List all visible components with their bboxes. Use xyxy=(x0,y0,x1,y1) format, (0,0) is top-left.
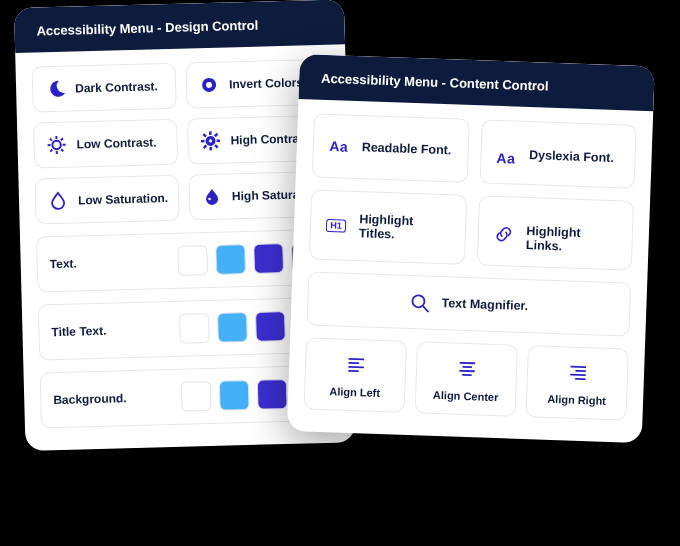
align-left-icon xyxy=(345,354,366,375)
align-right-icon xyxy=(567,362,588,383)
dyslexia-font-option[interactable]: Aa Dyslexia Font. xyxy=(479,119,637,188)
option-label: Align Center xyxy=(433,389,499,403)
link-icon xyxy=(492,223,515,246)
drop-filled-icon xyxy=(202,187,223,208)
low-contrast-option[interactable]: Low Contrast. xyxy=(33,119,178,169)
text-color-row: Text. xyxy=(36,229,335,293)
dark-contrast-option[interactable]: Dark Contrast. xyxy=(32,63,177,113)
color-swatch-sky[interactable] xyxy=(217,312,248,343)
option-label: Text Magnifier. xyxy=(441,296,528,313)
ring-icon xyxy=(199,75,220,96)
color-swatch-white[interactable] xyxy=(177,245,208,276)
align-right-option[interactable]: Align Right xyxy=(525,345,628,420)
highlight-links-option[interactable]: Highlight Links. xyxy=(476,195,634,270)
option-label: Align Left xyxy=(329,385,380,399)
option-label: Readable Font. xyxy=(362,140,452,157)
highlight-titles-option[interactable]: H1 Highlight Titles. xyxy=(309,189,467,264)
align-left-option[interactable]: Align Left xyxy=(304,337,407,412)
aa-icon: Aa xyxy=(495,147,518,170)
option-label: Dark Contrast. xyxy=(75,79,158,95)
option-label: Invert Colors. xyxy=(229,75,307,91)
color-row-label: Background. xyxy=(53,391,127,407)
color-swatch-indigo[interactable] xyxy=(253,243,284,274)
color-swatch-white[interactable] xyxy=(181,381,212,412)
align-center-icon xyxy=(456,358,477,379)
color-swatch-indigo[interactable] xyxy=(257,379,288,410)
color-row-label: Text. xyxy=(50,256,77,271)
drop-outline-icon xyxy=(48,191,69,212)
align-center-option[interactable]: Align Center xyxy=(415,341,518,416)
color-swatch-white[interactable] xyxy=(179,313,210,344)
magnifier-icon xyxy=(409,292,430,313)
option-label: Dyslexia Font. xyxy=(529,148,614,165)
option-label: Low Contrast. xyxy=(76,135,156,151)
readable-font-option[interactable]: Aa Readable Font. xyxy=(312,114,470,183)
low-saturation-option[interactable]: Low Saturation. xyxy=(34,175,179,225)
text-magnifier-option[interactable]: Text Magnifier. xyxy=(307,271,632,336)
h1-icon: H1 xyxy=(325,214,348,237)
aa-icon: Aa xyxy=(327,135,350,158)
option-label: Highlight Titles. xyxy=(359,212,451,243)
color-row-label: Title Text. xyxy=(51,324,106,339)
option-label: Low Saturation. xyxy=(78,191,168,207)
gear-filled-icon xyxy=(200,131,221,152)
moon-icon xyxy=(45,79,66,100)
gear-icon xyxy=(46,135,67,156)
color-swatch-sky[interactable] xyxy=(215,244,246,275)
color-swatch-sky[interactable] xyxy=(219,380,250,411)
content-control-panel: Accessibility Menu - Content Control Aa … xyxy=(287,54,655,443)
option-label: Highlight Links. xyxy=(526,224,618,255)
option-label: Align Right xyxy=(547,393,606,407)
color-swatch-indigo[interactable] xyxy=(255,311,286,342)
